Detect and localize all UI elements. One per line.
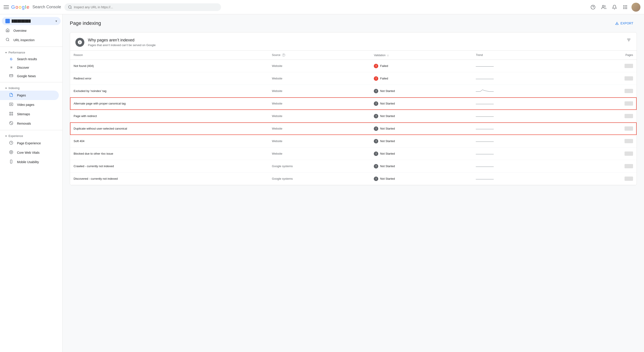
sidebar-item-label: Video pages [17,103,34,107]
people-icon [601,5,606,10]
pages-count-blurred: ### [624,64,633,68]
sidebar-section-experience[interactable]: ▾ Experience [0,132,62,139]
sidebar-item-label: Search results [17,57,37,61]
search-results-icon: G [9,57,14,61]
main-content: Page indexing EXPORT Why pages aren’t in… [63,14,644,352]
sidebar-item-pages[interactable]: Pages [0,91,59,100]
page-header: Page indexing EXPORT [70,20,637,27]
svg-rect-6 [625,5,626,6]
cell-pages: ### [574,147,636,160]
table-row[interactable]: Alternate page with proper canonical tag… [70,97,636,110]
export-button[interactable]: EXPORT [612,20,637,27]
cell-pages: ### [574,122,636,135]
cell-source: Website [268,72,370,85]
sidebar-section-indexing[interactable]: ▾ Indexing [0,84,62,91]
svg-point-14 [6,38,9,41]
cell-validation: ! Not Started [370,85,472,97]
sidebar-item-overview[interactable]: Overview [0,26,59,35]
status-label: Not Started [380,89,395,93]
header-actions [588,3,640,12]
cell-source: Website [268,135,370,147]
property-selector[interactable]: ██████████ ▾ [2,17,60,25]
page-title: Page indexing [70,20,101,26]
svg-rect-21 [12,112,13,113]
help-button[interactable] [588,3,598,12]
status-label: Not Started [380,114,395,118]
avatar[interactable] [632,3,640,12]
cell-pages: ### [574,97,636,110]
chevron-down-icon: ▾ [5,135,7,138]
cell-validation: ! Not Started [370,110,472,122]
cell-validation: ! Not Started [370,135,472,147]
table-container: Reason Source ? Validation ↓ T [70,51,636,185]
search-input[interactable] [74,5,218,9]
section-label: Performance [8,51,25,54]
cell-trend [472,160,574,173]
table-row[interactable]: Not found (404) Website ! Failed ### [70,60,636,72]
cell-source: Website [268,97,370,110]
cell-reason: Blocked due to other 4xx issue [70,147,268,160]
search-bar[interactable] [64,3,221,11]
svg-rect-7 [626,5,627,6]
sidebar-item-removals[interactable]: Removals [0,119,59,128]
cell-trend [472,147,574,160]
cell-trend [472,60,574,72]
pages-count-blurred: ### [624,164,633,168]
sidebar-item-label: Removals [17,122,31,125]
apps-button[interactable] [621,3,630,12]
divider-3 [0,130,62,130]
google-logo: Google [11,4,29,10]
table-row[interactable]: Crawled - currently not indexed Google s… [70,160,636,173]
logo-section: Google Search Console [4,4,62,10]
sidebar-section-performance[interactable]: ▾ Performance [0,49,62,55]
product-name: Search Console [32,5,61,10]
cell-trend [472,122,574,135]
svg-rect-20 [10,112,11,113]
sidebar-item-label: Core Web Vitals [17,151,40,154]
table-row[interactable]: Redirect error Website ! Failed ### [70,72,636,85]
table-row[interactable]: Page with redirect Website ! Not Started… [70,110,636,122]
menu-icon[interactable] [4,5,9,10]
sidebar-item-mobile-usability[interactable]: Mobile Usability [0,157,59,167]
cell-trend [472,72,574,85]
sidebar-item-google-news[interactable]: Google News [0,72,59,80]
table-row[interactable]: Blocked due to other 4xx issue Website !… [70,147,636,160]
notifications-button[interactable] [610,3,619,12]
svg-rect-22 [10,114,11,115]
sidebar-item-url-inspection[interactable]: URL inspection [0,35,59,45]
divider-1 [0,47,62,47]
source-info-icon[interactable]: ? [282,54,285,57]
export-icon [615,22,619,25]
svg-line-1 [71,8,71,9]
core-web-vitals-icon [9,150,14,155]
table-header-row: Reason Source ? Validation ↓ T [70,51,636,60]
col-header-validation[interactable]: Validation ↓ [370,51,472,60]
table-row[interactable]: Excluded by 'noindex' tag Website ! Not … [70,85,636,97]
table-row[interactable]: Soft 404 Website ! Not Started ### [70,135,636,147]
sidebar-item-page-experience[interactable]: Page Experience [0,139,59,148]
sidebar-item-core-web-vitals[interactable]: Core Web Vitals [0,148,59,157]
sidebar-item-video-pages[interactable]: Video pages [0,100,59,109]
table-row[interactable]: Discovered - currently not indexed Googl… [70,173,636,185]
sidebar-item-discover[interactable]: ✳ Discover [0,63,59,72]
info-icon [76,38,84,47]
card-title: Why pages aren’t indexed [88,38,156,43]
sidebar-item-search-results[interactable]: G Search results [0,55,59,63]
cell-trend [472,173,574,185]
card-header: Why pages aren’t indexed Pages that aren… [70,33,636,51]
status-label: Not Started [380,102,395,105]
filter-icon-btn[interactable] [626,38,631,44]
pages-count-blurred: ### [624,89,633,93]
svg-point-0 [68,6,71,8]
cell-validation: ! Not Started [370,97,472,110]
table-row[interactable]: Duplicate without user-selected canonica… [70,122,636,135]
status-icon: ! [374,76,378,81]
pages-count-blurred: ### [624,114,633,118]
cell-validation: ! Not Started [370,173,472,185]
svg-marker-19 [11,104,12,105]
sidebar-item-sitemaps[interactable]: Sitemaps [0,109,59,119]
cell-reason: Discovered - currently not indexed [70,173,268,185]
svg-rect-23 [12,114,13,115]
sort-desc-icon: ↓ [387,53,389,57]
accounts-button[interactable] [599,3,608,12]
